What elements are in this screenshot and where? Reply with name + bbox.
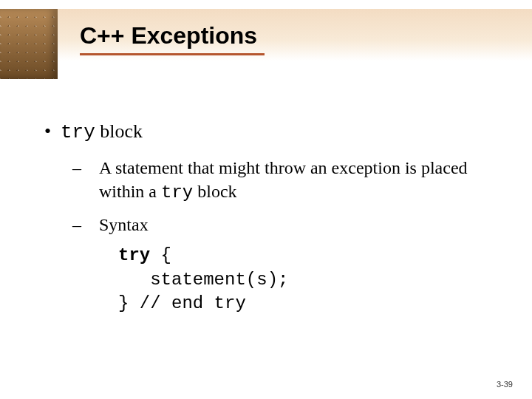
slide-title: C++ Exceptions xyxy=(80,22,257,50)
page-number: 3-39 xyxy=(497,380,513,389)
content-area: •try block –A statement that might throw… xyxy=(44,118,502,316)
sub1-prefix: A statement that might throw an exceptio… xyxy=(99,158,468,201)
subbullet-statement: –A statement that might throw an excepti… xyxy=(86,156,502,205)
code-line3: } // end try xyxy=(118,293,246,313)
slide: C++ Exceptions •try block –A statement t… xyxy=(0,0,532,399)
code-line2: statement(s); xyxy=(118,270,288,290)
code-line1-keyword: try xyxy=(118,245,150,265)
bullet-try-block: •try block xyxy=(44,118,502,146)
header: C++ Exceptions xyxy=(0,9,532,61)
sub1-suffix: block xyxy=(193,182,236,201)
decorative-corner-image xyxy=(0,9,58,79)
code-line1-brace: { xyxy=(150,245,171,265)
dash-marker: – xyxy=(86,213,99,236)
code-block: try { statement(s); } // end try xyxy=(118,244,502,316)
bullet-code: try xyxy=(61,121,95,143)
title-underline xyxy=(80,53,265,55)
bullet-text: block xyxy=(95,120,143,142)
dash-marker: – xyxy=(86,156,99,180)
sub1-code: try xyxy=(161,183,193,202)
subbullet-syntax: –Syntax xyxy=(86,213,502,236)
sub2-label: Syntax xyxy=(99,215,149,234)
bullet-marker: • xyxy=(44,118,61,144)
